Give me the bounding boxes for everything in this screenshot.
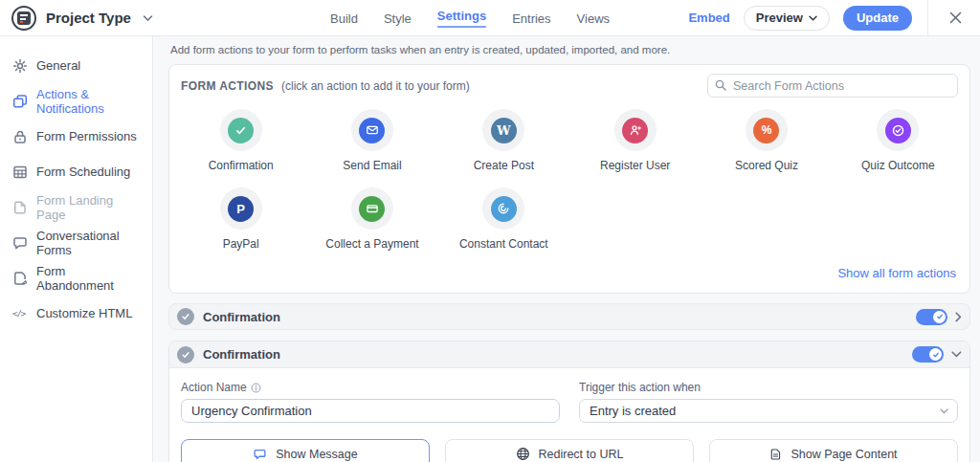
action-collect-payment[interactable]: Collect a Payment	[306, 187, 437, 251]
button-label: Redirect to URL	[539, 448, 624, 461]
sidebar-item-form-landing-page[interactable]: Form Landing Page	[0, 189, 152, 225]
embed-link[interactable]: Embed	[688, 11, 729, 25]
action-label: Register User	[600, 159, 670, 172]
action-label: Scored Quiz	[735, 159, 798, 172]
top-bar: Project Type Build Style Settings Entrie…	[0, 0, 980, 36]
form-actions-panel: FORM ACTIONS (click an action to add it …	[168, 64, 970, 294]
action-name-input[interactable]	[181, 399, 560, 423]
divider	[927, 0, 928, 36]
action-enabled-toggle[interactable]	[916, 309, 947, 325]
action-scored-quiz[interactable]: % Scored Quiz	[701, 109, 832, 172]
chevron-right-icon[interactable]	[955, 312, 962, 322]
action-register-user[interactable]: Register User	[569, 109, 701, 172]
sidebar-item-customize-html[interactable]: </> Customize HTML	[0, 296, 152, 331]
preview-button[interactable]: Preview	[744, 6, 830, 31]
sidebar-item-actions-notifications[interactable]: Actions & Notifications	[0, 83, 152, 119]
paypal-icon: P	[228, 196, 254, 222]
main-content: Add form actions to your form to perform…	[153, 36, 980, 462]
settings-sidebar: General Actions & Notifications Form Per…	[0, 36, 153, 462]
brand: Project Type	[11, 6, 153, 31]
code-icon: </>	[12, 309, 28, 319]
tab-style[interactable]: Style	[384, 11, 412, 26]
confirmation-action-expanded: Confirmation Action Name Trigger th	[168, 341, 970, 462]
action-label: Constant Contact	[459, 237, 548, 251]
panel-title: FORM ACTIONS	[181, 79, 274, 93]
intro-text: Add form actions to your form to perform…	[170, 44, 970, 55]
sidebar-item-form-permissions[interactable]: Form Permissions	[0, 119, 152, 154]
action-send-email[interactable]: Send Email	[306, 109, 437, 172]
check-circle-icon	[177, 346, 194, 363]
chevron-down-icon[interactable]	[951, 351, 962, 358]
sidebar-item-form-abandonment[interactable]: Form Abandonment	[0, 260, 152, 296]
page-icon	[12, 200, 28, 215]
show-all-form-actions-link[interactable]: Show all form actions	[837, 266, 956, 280]
sidebar-item-label: Form Landing Page	[36, 193, 143, 222]
trigger-selected-value: Entry is created	[590, 404, 676, 418]
sidebar-item-general[interactable]: General	[0, 48, 152, 83]
calendar-grid-icon	[12, 165, 28, 180]
action-enabled-toggle[interactable]	[912, 346, 944, 363]
search-form-actions	[707, 74, 958, 98]
chevron-down-icon	[809, 15, 817, 21]
constant-contact-icon	[491, 196, 517, 222]
panel-subtitle: (click an action to add it to your form)	[281, 79, 470, 93]
action-label: Send Email	[343, 159, 401, 172]
action-paypal[interactable]: P PayPal	[175, 187, 306, 251]
chat-bubble-icon	[253, 448, 267, 461]
info-icon[interactable]	[251, 383, 261, 393]
sidebar-item-conversational-forms[interactable]: Conversational Forms	[0, 225, 152, 260]
formidable-logo-icon	[11, 6, 36, 31]
credit-card-icon	[359, 196, 385, 222]
sidebar-item-label: Actions & Notifications	[36, 87, 143, 116]
action-create-post[interactable]: W Create Post	[438, 109, 569, 172]
lock-icon	[12, 129, 28, 144]
action-label: Create Post	[474, 159, 534, 172]
tab-build[interactable]: Build	[330, 11, 358, 26]
button-label: Show Page Content	[791, 448, 897, 461]
chevron-down-icon[interactable]	[143, 14, 153, 22]
globe-icon	[516, 447, 530, 461]
button-label: Show Message	[276, 448, 357, 461]
action-name-field: Action Name	[181, 381, 560, 423]
user-plus-icon	[622, 118, 648, 143]
percent-icon: %	[753, 118, 779, 143]
confirmation-action-row-collapsed[interactable]: Confirmation	[168, 303, 970, 330]
tab-entries[interactable]: Entries	[512, 11, 550, 26]
tab-views[interactable]: Views	[577, 11, 610, 26]
sidebar-item-label: Conversational Forms	[36, 229, 143, 257]
action-name-label: Action Name	[181, 381, 247, 394]
action-label: PayPal	[223, 237, 259, 251]
trigger-select[interactable]: Entry is created	[579, 399, 958, 423]
show-page-content-button[interactable]: Show Page Content	[709, 439, 958, 462]
wordpress-icon: W	[491, 118, 517, 143]
confirmation-type-buttons: Show Message Redirect to URL Show Page C…	[181, 439, 958, 462]
action-quiz-outcome[interactable]: Quiz Outcome	[833, 109, 964, 172]
action-label: Collect a Payment	[325, 237, 418, 251]
chat-bubble-icon	[12, 235, 28, 251]
action-confirmation[interactable]: Confirmation	[175, 109, 306, 172]
check-circle-icon	[177, 308, 194, 325]
action-constant-contact[interactable]: Constant Contact	[438, 187, 569, 251]
document-edit-icon	[12, 271, 28, 286]
confirmation-action-row-expanded[interactable]: Confirmation	[169, 341, 969, 368]
chevron-down-icon	[940, 408, 948, 414]
action-row-title: Confirmation	[203, 347, 280, 362]
action-row-title: Confirmation	[203, 310, 280, 324]
action-label: Confirmation	[209, 159, 274, 172]
badge-check-icon	[885, 118, 911, 143]
stacked-forms-icon	[12, 94, 28, 109]
redirect-to-url-button[interactable]: Redirect to URL	[445, 439, 694, 462]
sidebar-item-label: Customize HTML	[36, 306, 132, 320]
update-button[interactable]: Update	[843, 6, 912, 31]
sidebar-item-form-scheduling[interactable]: Form Scheduling	[0, 154, 152, 189]
close-icon[interactable]	[942, 11, 969, 24]
form-title: Project Type	[46, 10, 131, 26]
trigger-field: Trigger this action when Entry is create…	[579, 381, 958, 423]
show-message-button[interactable]: Show Message	[181, 439, 430, 462]
trigger-label: Trigger this action when	[579, 381, 701, 394]
sidebar-item-label: Form Scheduling	[36, 165, 130, 179]
tab-settings[interactable]: Settings	[437, 9, 486, 28]
gear-icon	[12, 58, 28, 74]
search-input[interactable]	[707, 74, 958, 98]
check-icon	[228, 118, 254, 143]
